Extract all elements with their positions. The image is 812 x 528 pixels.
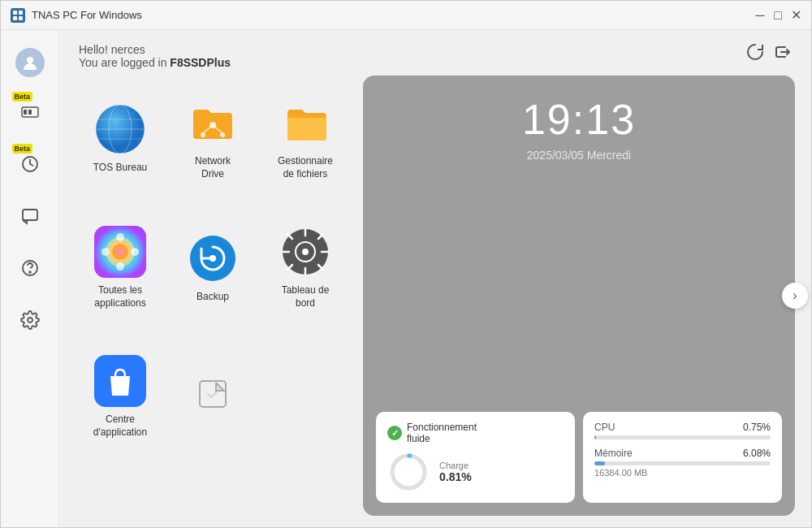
status-dot: ✓ xyxy=(387,426,402,440)
cpu-row: CPU 0.75% xyxy=(594,422,771,439)
app-title: TNAS PC For Windows xyxy=(32,9,142,21)
memory-label: Mémoire xyxy=(594,448,633,459)
svg-point-46 xyxy=(392,456,425,488)
tos-bureau-icon xyxy=(94,103,146,155)
sidebar-item-drive[interactable]: Beta xyxy=(11,95,50,134)
svg-point-23 xyxy=(220,132,225,137)
greeting-line2: You are logged in F8SSDPlus xyxy=(79,56,231,69)
centre-icon xyxy=(94,355,146,407)
app-network-drive[interactable]: Network Drive xyxy=(168,76,257,201)
gestionnaire-icon xyxy=(279,97,331,149)
status-row: ✓ Fonctionnement fluide xyxy=(387,422,564,444)
widget-date: 2025/03/05 Mercredi xyxy=(527,149,631,162)
app-tableau-label: Tableau de bord xyxy=(282,284,330,309)
cpu-header: CPU 0.75% xyxy=(594,422,771,433)
sidebar: Beta Beta xyxy=(1,30,59,528)
app-empty-slot[interactable] xyxy=(168,334,257,460)
svg-rect-7 xyxy=(28,110,32,115)
logout-button[interactable] xyxy=(774,43,792,65)
clock-icon xyxy=(20,154,40,179)
svg-rect-0 xyxy=(13,11,17,15)
widget-panel: 19:13 2025/03/05 Mercredi › ✓ Fonctionne… xyxy=(363,76,795,516)
backup-icon xyxy=(187,232,239,284)
header: Hello! nerces You are logged in F8SSDPlu… xyxy=(59,30,811,76)
svg-point-12 xyxy=(28,318,32,322)
charge-label: Charge xyxy=(439,461,472,470)
app-network-drive-label: Network Drive xyxy=(195,155,231,180)
greeting-username: F8SSDPlus xyxy=(170,56,231,69)
cpu-progress-fill xyxy=(594,435,596,439)
charge-row: Charge 0.81% xyxy=(387,451,564,493)
app-gestionnaire-label: Gestionnaire de fichiers xyxy=(278,155,333,180)
widget-stats: ✓ Fonctionnement fluide xyxy=(376,412,782,503)
apps-grid: TOS Bureau xyxy=(76,76,350,516)
empty-slot-icon xyxy=(187,368,239,420)
tableau-icon xyxy=(279,226,331,278)
app-tos-bureau-label: TOS Bureau xyxy=(93,162,147,175)
maximize-button[interactable]: □ xyxy=(772,10,784,21)
titlebar: TNAS PC For Windows ─ □ ✕ xyxy=(1,1,811,30)
svg-point-34 xyxy=(302,249,309,255)
svg-rect-6 xyxy=(24,110,27,115)
beta-badge-drive: Beta xyxy=(12,92,33,102)
svg-point-22 xyxy=(201,132,205,137)
app-gestionnaire[interactable]: Gestionnaire de fichiers xyxy=(261,76,350,201)
app-logo xyxy=(11,8,25,23)
sidebar-item-help[interactable] xyxy=(11,251,50,290)
svg-point-31 xyxy=(209,255,216,262)
app-centre-label: Centre d'application xyxy=(93,413,147,439)
app-tos-bureau[interactable]: TOS Bureau xyxy=(76,76,165,201)
minimize-button[interactable]: ─ xyxy=(754,10,766,21)
svg-point-11 xyxy=(29,271,31,273)
memory-progress-bar xyxy=(594,461,771,465)
svg-point-28 xyxy=(102,248,110,256)
close-button[interactable]: ✕ xyxy=(790,10,801,21)
network-drive-icon xyxy=(187,97,239,149)
cpu-progress-bar xyxy=(594,435,771,439)
main-layout: Beta Beta xyxy=(1,30,811,528)
sidebar-item-chat[interactable] xyxy=(11,199,50,238)
svg-rect-3 xyxy=(19,16,23,20)
apps-widget-row: TOS Bureau xyxy=(59,76,811,528)
app-tableau[interactable]: Tableau de bord xyxy=(261,205,350,331)
titlebar-left: TNAS PC For Windows xyxy=(11,8,142,23)
status-label: Fonctionnement fluide xyxy=(407,422,477,444)
svg-rect-1 xyxy=(19,11,23,15)
settings-icon xyxy=(20,310,40,335)
sidebar-item-avatar[interactable] xyxy=(11,43,50,82)
stat-system-card: CPU 0.75% Mémoire 6.08% xyxy=(583,412,782,503)
memory-row: Mémoire 6.08% 16384.00 MB xyxy=(594,448,771,478)
memory-header: Mémoire 6.08% xyxy=(594,448,771,459)
svg-point-4 xyxy=(27,57,33,63)
svg-point-26 xyxy=(116,233,124,241)
cpu-pct: 0.75% xyxy=(743,422,771,433)
widget-time: 19:13 xyxy=(522,95,636,144)
memory-progress-fill xyxy=(594,461,605,465)
app-centre[interactable]: Centre d'application xyxy=(76,334,165,460)
app-toutes[interactable]: Toutes les applications xyxy=(76,205,165,331)
greeting-line1: Hello! nerces xyxy=(79,43,231,56)
toutes-icon xyxy=(94,226,146,278)
drive-icon xyxy=(20,102,40,127)
greeting-prefix: You are logged in xyxy=(79,56,170,69)
svg-rect-2 xyxy=(13,16,17,20)
charge-value: 0.81% xyxy=(439,470,472,483)
window-controls: ─ □ ✕ xyxy=(754,10,801,21)
greeting: Hello! nerces You are logged in F8SSDPlu… xyxy=(79,43,231,69)
widget-next-button[interactable]: › xyxy=(782,283,808,309)
memory-sub: 16384.00 MB xyxy=(594,468,771,478)
cpu-label: CPU xyxy=(594,422,615,433)
svg-rect-9 xyxy=(23,210,37,220)
svg-rect-44 xyxy=(200,381,226,407)
sidebar-item-clock[interactable]: Beta xyxy=(11,147,50,186)
app-toutes-label: Toutes les applications xyxy=(94,284,145,309)
sidebar-item-settings[interactable] xyxy=(11,303,50,342)
help-icon xyxy=(20,258,40,283)
refresh-button[interactable] xyxy=(746,43,764,65)
svg-point-27 xyxy=(116,262,124,270)
app-backup-label: Backup xyxy=(197,291,229,304)
charge-donut xyxy=(387,451,430,493)
stat-fonctionnement-card: ✓ Fonctionnement fluide xyxy=(376,412,575,503)
app-backup[interactable]: Backup xyxy=(168,205,257,331)
charge-label-group: Charge 0.81% xyxy=(439,461,472,483)
